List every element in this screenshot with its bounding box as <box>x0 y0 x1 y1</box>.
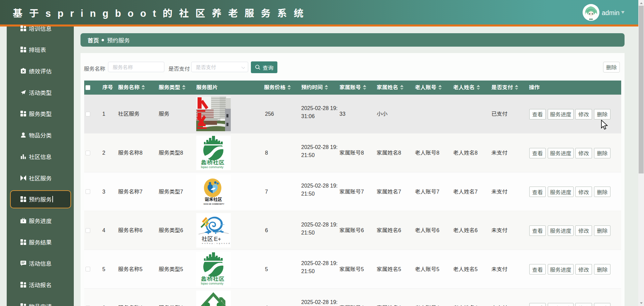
svg-text:E+: E+ <box>214 236 221 242</box>
svg-text:蠡: 蠡 <box>201 274 206 283</box>
svg-text:桥: 桥 <box>207 158 213 166</box>
svg-text:社: 社 <box>213 158 218 166</box>
svg-text:社: 社 <box>213 274 218 283</box>
svg-text:liqiao community: liqiao community <box>201 282 224 285</box>
svg-text:社区: 社区 <box>202 234 213 243</box>
svg-text:蠡: 蠡 <box>201 158 206 166</box>
svg-text:e s h o p . s g s s c d . c o: e s h o p . s g s s c d . c o m <box>202 242 231 245</box>
svg-text:DAN HE COMMUNITY: DAN HE COMMUNITY <box>204 203 224 205</box>
svg-text:区: 区 <box>219 158 224 166</box>
svg-text:桥: 桥 <box>207 274 213 283</box>
svg-text:liqiao community: liqiao community <box>201 165 224 169</box>
svg-text:区: 区 <box>219 274 224 283</box>
svg-text:诞禾社区: 诞禾社区 <box>205 196 222 202</box>
